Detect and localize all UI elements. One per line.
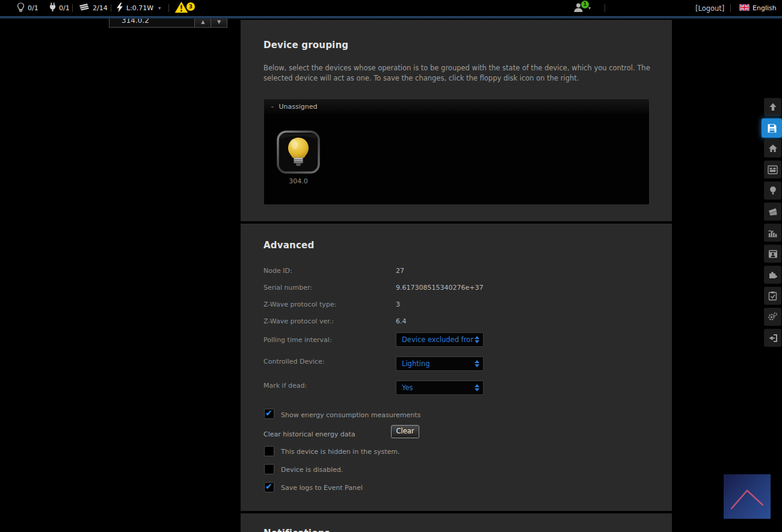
lights-count: 0/1: [28, 4, 38, 12]
select-arrows-icon: [475, 360, 479, 367]
field-label: Node ID:: [263, 267, 292, 275]
device-grouping-section: Device grouping Below, select the device…: [241, 20, 672, 221]
checkbox-label: Device is disabled.: [281, 466, 343, 474]
device-label: 304.0: [277, 177, 320, 185]
language-selector[interactable]: English: [739, 0, 777, 16]
lightning-icon: [116, 2, 123, 14]
blinds-status[interactable]: 2/14: [78, 0, 108, 16]
scenes-icon: [768, 207, 778, 216]
polling-interval-select[interactable]: Device excluded from: [396, 332, 484, 347]
device-grouping-description: Below, select the devices whose operatio…: [263, 63, 651, 84]
main-content: Device grouping Below, select the device…: [241, 19, 672, 532]
arrow-up-icon: ▲: [201, 19, 205, 25]
sidebar-scenes-button[interactable]: [764, 203, 781, 221]
field-value: 6.4: [396, 317, 407, 325]
gear-icon: [768, 312, 778, 322]
sidebar-configuration-button[interactable]: [764, 308, 781, 326]
select-value: Device excluded from: [396, 333, 473, 346]
chevron-down-icon: ⌄: [270, 103, 275, 109]
controlled-device-select[interactable]: Lighting: [396, 356, 484, 371]
alerts-count-badge[interactable]: 3: [186, 2, 195, 11]
outlets-count: 0/1: [59, 4, 70, 12]
logo-chevron-icon: [724, 474, 771, 519]
lightbulb-icon: [17, 2, 25, 14]
rooms-icon: [768, 165, 778, 174]
sidebar-devices-button[interactable]: [764, 182, 781, 200]
section-title: Notifications: [263, 528, 330, 532]
clear-energy-label: Clear historical energy data: [263, 430, 356, 438]
clear-button[interactable]: Clear: [391, 425, 419, 438]
checkbox-label: This device is hidden in the system.: [281, 448, 399, 456]
clipboard-check-icon: [768, 291, 777, 301]
topbar-divider: [72, 4, 73, 12]
sidebar-plugins-button[interactable]: [764, 266, 781, 284]
notifications-section: Notifications: [241, 513, 672, 532]
section-title: Advanced: [263, 240, 314, 251]
logout-button[interactable]: [Logout]: [695, 0, 724, 16]
select-value: Yes: [396, 381, 473, 394]
sidebar-rooms-button[interactable]: [764, 161, 781, 179]
arrow-up-icon: [768, 102, 778, 112]
chevron-down-icon: ▾: [158, 5, 161, 11]
top-status-bar: 0/1 0/1 2/14 L:0.71W ▾ 3 1 ▾ [: [0, 0, 782, 16]
blinds-icon: [78, 3, 90, 14]
uk-flag-icon: [739, 4, 750, 13]
field-value: 27: [396, 267, 404, 275]
devices-icon: [769, 186, 777, 195]
plug-icon: [49, 2, 56, 14]
access-control-icon: [768, 249, 778, 258]
checkbox-label: Show energy consumption measurements: [281, 411, 420, 419]
sidebar-home-button[interactable]: [764, 139, 781, 157]
topbar-divider: [605, 4, 605, 12]
field-label: Mark if dead:: [263, 382, 307, 390]
field-label: Z-Wave protocol ver.:: [263, 317, 334, 325]
sidebar-access-control-button[interactable]: [764, 245, 781, 263]
field-label: Z-Wave protocol type:: [263, 301, 336, 308]
topbar-accent-line: [0, 16, 782, 19]
topbar-divider: [111, 4, 111, 12]
lightbulb-device-icon: [277, 165, 320, 176]
energy-measurements-checkbox[interactable]: ✔: [264, 409, 274, 419]
device-grouping-box: ⌄ Unassigned: [263, 99, 650, 205]
field-label: Polling time interval:: [263, 336, 332, 344]
sidebar-scroll-top-button[interactable]: [764, 98, 781, 116]
advanced-section: Advanced Node ID: 27 Serial number: 9.61…: [241, 224, 672, 511]
device-tile[interactable]: 304.0: [277, 130, 320, 185]
section-title: Device grouping: [263, 40, 348, 50]
plugins-icon: [768, 270, 778, 280]
lights-status[interactable]: 0/1: [17, 0, 38, 16]
sidebar-save-button[interactable]: [762, 118, 782, 138]
user-count-badge: 1: [581, 1, 589, 8]
group-label: Unassigned: [279, 103, 318, 111]
check-icon: ✔: [265, 408, 272, 418]
sidebar-exit-button[interactable]: [764, 329, 781, 347]
save-logs-checkbox[interactable]: ✔: [264, 482, 274, 492]
field-label: Serial number:: [263, 284, 312, 292]
exit-icon: [768, 334, 778, 343]
chevron-down-icon: ▾: [588, 5, 591, 11]
outlets-status[interactable]: 0/1: [49, 0, 70, 16]
select-arrows-icon: [475, 384, 479, 391]
save-icon: [767, 123, 777, 133]
device-hidden-checkbox[interactable]: ✔: [264, 446, 274, 456]
field-value: 9.617308515340276e+37: [396, 284, 483, 292]
blinds-count: 2/14: [93, 4, 108, 12]
language-label: English: [753, 4, 777, 12]
checkbox-label: Save logs to Event Panel: [281, 484, 363, 492]
sidebar-energy-panel-button[interactable]: [764, 224, 781, 242]
check-icon: ✔: [265, 482, 272, 491]
user-menu[interactable]: 1 ▾: [573, 0, 591, 16]
group-unassigned-header[interactable]: ⌄ Unassigned: [264, 99, 649, 114]
field-label: Controlled Device:: [263, 358, 324, 365]
energy-value: L:0.71W: [126, 4, 153, 12]
select-arrows-icon: [475, 336, 479, 343]
user-icon: 1: [573, 2, 583, 14]
topbar-divider: [168, 4, 169, 12]
energy-status[interactable]: L:0.71W ▾: [116, 0, 161, 16]
device-disabled-checkbox[interactable]: ✔: [264, 464, 274, 474]
mark-if-dead-select[interactable]: Yes: [396, 381, 484, 395]
energy-chart-icon: [768, 228, 778, 237]
brand-logo: [724, 474, 771, 519]
home-icon: [768, 144, 778, 153]
sidebar-backup-button[interactable]: [764, 287, 781, 305]
